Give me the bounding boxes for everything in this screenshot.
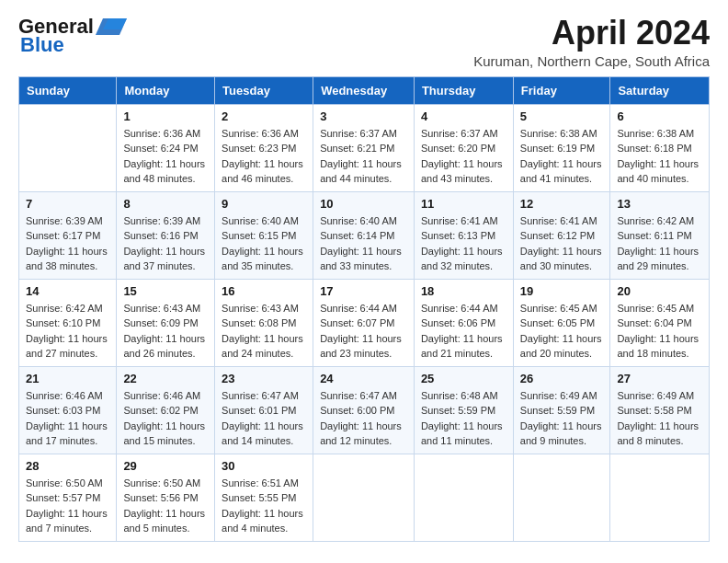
daylight-text: Daylight: 11 hours and 27 minutes. xyxy=(26,333,108,360)
sunrise-text: Sunrise: 6:50 AM xyxy=(26,477,103,488)
day-info: Sunrise: 6:46 AM Sunset: 6:02 PM Dayligh… xyxy=(123,388,208,449)
daylight-text: Daylight: 11 hours and 21 minutes. xyxy=(421,333,503,360)
day-number: 4 xyxy=(421,109,506,123)
day-number: 18 xyxy=(421,284,506,298)
calendar-cell: 6 Sunrise: 6:38 AM Sunset: 6:18 PM Dayli… xyxy=(610,104,710,191)
sunset-text: Sunset: 6:09 PM xyxy=(123,317,198,328)
sunset-text: Sunset: 6:04 PM xyxy=(617,317,691,328)
day-info: Sunrise: 6:42 AM Sunset: 6:11 PM Dayligh… xyxy=(617,213,702,274)
calendar-week-row: 14 Sunrise: 6:42 AM Sunset: 6:10 PM Dayl… xyxy=(19,279,710,366)
calendar-cell: 28 Sunrise: 6:50 AM Sunset: 5:57 PM Dayl… xyxy=(19,454,117,541)
sunset-text: Sunset: 6:11 PM xyxy=(617,230,691,241)
calendar-cell: 20 Sunrise: 6:45 AM Sunset: 6:04 PM Dayl… xyxy=(610,279,710,366)
day-info: Sunrise: 6:36 AM Sunset: 6:23 PM Dayligh… xyxy=(222,126,306,187)
sunrise-text: Sunrise: 6:49 AM xyxy=(617,390,694,401)
daylight-text: Daylight: 11 hours and 8 minutes. xyxy=(617,420,699,447)
sunrise-text: Sunrise: 6:41 AM xyxy=(421,215,498,226)
daylight-text: Daylight: 11 hours and 32 minutes. xyxy=(421,246,503,272)
day-info: Sunrise: 6:48 AM Sunset: 5:59 PM Dayligh… xyxy=(421,388,506,449)
daylight-text: Daylight: 11 hours and 33 minutes. xyxy=(320,246,402,272)
day-info: Sunrise: 6:45 AM Sunset: 6:04 PM Dayligh… xyxy=(617,301,702,362)
sunset-text: Sunset: 6:03 PM xyxy=(26,405,100,416)
day-info: Sunrise: 6:50 AM Sunset: 5:57 PM Dayligh… xyxy=(26,476,109,536)
calendar-table: SundayMondayTuesdayWednesdayThursdayFrid… xyxy=(18,76,710,542)
calendar-cell: 26 Sunrise: 6:49 AM Sunset: 5:59 PM Dayl… xyxy=(513,366,610,454)
sunset-text: Sunset: 6:12 PM xyxy=(520,230,595,241)
calendar-cell: 15 Sunrise: 6:43 AM Sunset: 6:09 PM Dayl… xyxy=(117,279,215,366)
day-number: 9 xyxy=(222,197,306,211)
day-number: 7 xyxy=(26,197,109,211)
header: General Blue April 2024 Kuruman, Norther… xyxy=(18,15,710,69)
sunrise-text: Sunrise: 6:39 AM xyxy=(123,215,200,226)
day-number: 8 xyxy=(123,197,208,211)
day-number: 16 xyxy=(222,284,306,298)
calendar-cell: 8 Sunrise: 6:39 AM Sunset: 6:16 PM Dayli… xyxy=(117,191,215,279)
calendar-cell xyxy=(610,454,710,541)
sunset-text: Sunset: 6:01 PM xyxy=(222,405,296,416)
sunset-text: Sunset: 5:59 PM xyxy=(520,405,595,416)
sunrise-text: Sunrise: 6:40 AM xyxy=(320,215,397,226)
day-number: 20 xyxy=(617,284,702,298)
calendar-cell: 12 Sunrise: 6:41 AM Sunset: 6:12 PM Dayl… xyxy=(513,191,610,279)
col-header-sunday: Sunday xyxy=(19,76,117,104)
daylight-text: Daylight: 11 hours and 44 minutes. xyxy=(320,158,402,185)
day-number: 12 xyxy=(520,197,604,211)
sunrise-text: Sunrise: 6:40 AM xyxy=(222,215,299,226)
day-info: Sunrise: 6:41 AM Sunset: 6:12 PM Dayligh… xyxy=(520,213,604,274)
calendar-cell: 21 Sunrise: 6:46 AM Sunset: 6:03 PM Dayl… xyxy=(19,366,117,454)
sunrise-text: Sunrise: 6:46 AM xyxy=(123,390,200,401)
col-header-saturday: Saturday xyxy=(610,76,710,104)
sunset-text: Sunset: 6:13 PM xyxy=(421,230,495,241)
daylight-text: Daylight: 11 hours and 15 minutes. xyxy=(123,420,205,447)
day-info: Sunrise: 6:38 AM Sunset: 6:19 PM Dayligh… xyxy=(520,126,604,187)
day-number: 29 xyxy=(123,459,208,473)
calendar-cell: 4 Sunrise: 6:37 AM Sunset: 6:20 PM Dayli… xyxy=(414,104,513,191)
sunrise-text: Sunrise: 6:44 AM xyxy=(320,303,397,314)
sunrise-text: Sunrise: 6:51 AM xyxy=(222,477,299,488)
day-number: 10 xyxy=(320,197,407,211)
day-info: Sunrise: 6:36 AM Sunset: 6:24 PM Dayligh… xyxy=(123,126,208,187)
sunrise-text: Sunrise: 6:36 AM xyxy=(222,128,299,139)
day-info: Sunrise: 6:47 AM Sunset: 6:01 PM Dayligh… xyxy=(222,388,306,449)
daylight-text: Daylight: 11 hours and 23 minutes. xyxy=(320,333,402,360)
calendar-cell: 2 Sunrise: 6:36 AM Sunset: 6:23 PM Dayli… xyxy=(215,104,313,191)
daylight-text: Daylight: 11 hours and 17 minutes. xyxy=(26,420,108,447)
calendar-cell: 27 Sunrise: 6:49 AM Sunset: 5:58 PM Dayl… xyxy=(610,366,710,454)
calendar-cell: 9 Sunrise: 6:40 AM Sunset: 6:15 PM Dayli… xyxy=(215,191,313,279)
sunrise-text: Sunrise: 6:37 AM xyxy=(421,128,498,139)
sunrise-text: Sunrise: 6:50 AM xyxy=(123,477,200,488)
month-title: April 2024 xyxy=(473,15,710,52)
calendar-cell: 22 Sunrise: 6:46 AM Sunset: 6:02 PM Dayl… xyxy=(117,366,215,454)
day-number: 13 xyxy=(617,197,702,211)
sunset-text: Sunset: 5:59 PM xyxy=(421,405,495,416)
calendar-cell: 30 Sunrise: 6:51 AM Sunset: 5:55 PM Dayl… xyxy=(215,454,313,541)
day-number: 22 xyxy=(123,372,208,385)
sunrise-text: Sunrise: 6:43 AM xyxy=(123,303,200,314)
day-info: Sunrise: 6:47 AM Sunset: 6:00 PM Dayligh… xyxy=(320,388,407,449)
calendar-cell: 16 Sunrise: 6:43 AM Sunset: 6:08 PM Dayl… xyxy=(215,279,313,366)
day-number: 2 xyxy=(222,109,306,123)
sunrise-text: Sunrise: 6:36 AM xyxy=(123,128,200,139)
day-info: Sunrise: 6:40 AM Sunset: 6:14 PM Dayligh… xyxy=(320,213,407,274)
day-info: Sunrise: 6:43 AM Sunset: 6:09 PM Dayligh… xyxy=(123,301,208,362)
logo: General Blue xyxy=(18,15,127,57)
sunrise-text: Sunrise: 6:37 AM xyxy=(320,128,397,139)
daylight-text: Daylight: 11 hours and 11 minutes. xyxy=(421,420,503,447)
page: General Blue April 2024 Kuruman, Norther… xyxy=(0,0,728,563)
day-info: Sunrise: 6:45 AM Sunset: 6:05 PM Dayligh… xyxy=(520,301,604,362)
sunset-text: Sunset: 5:57 PM xyxy=(26,492,100,503)
day-info: Sunrise: 6:50 AM Sunset: 5:56 PM Dayligh… xyxy=(123,476,208,536)
sunrise-text: Sunrise: 6:42 AM xyxy=(26,303,103,314)
sunset-text: Sunset: 6:08 PM xyxy=(222,317,296,328)
calendar-cell: 23 Sunrise: 6:47 AM Sunset: 6:01 PM Dayl… xyxy=(215,366,313,454)
day-number: 1 xyxy=(123,109,208,123)
calendar-cell: 10 Sunrise: 6:40 AM Sunset: 6:14 PM Dayl… xyxy=(313,191,415,279)
daylight-text: Daylight: 11 hours and 37 minutes. xyxy=(123,246,205,272)
day-number: 17 xyxy=(320,284,407,298)
header-right: April 2024 Kuruman, Northern Cape, South… xyxy=(473,15,710,69)
sunset-text: Sunset: 6:15 PM xyxy=(222,230,296,241)
day-info: Sunrise: 6:42 AM Sunset: 6:10 PM Dayligh… xyxy=(26,301,109,362)
day-info: Sunrise: 6:46 AM Sunset: 6:03 PM Dayligh… xyxy=(26,388,109,449)
sunset-text: Sunset: 6:20 PM xyxy=(421,143,495,154)
daylight-text: Daylight: 11 hours and 4 minutes. xyxy=(222,508,303,534)
